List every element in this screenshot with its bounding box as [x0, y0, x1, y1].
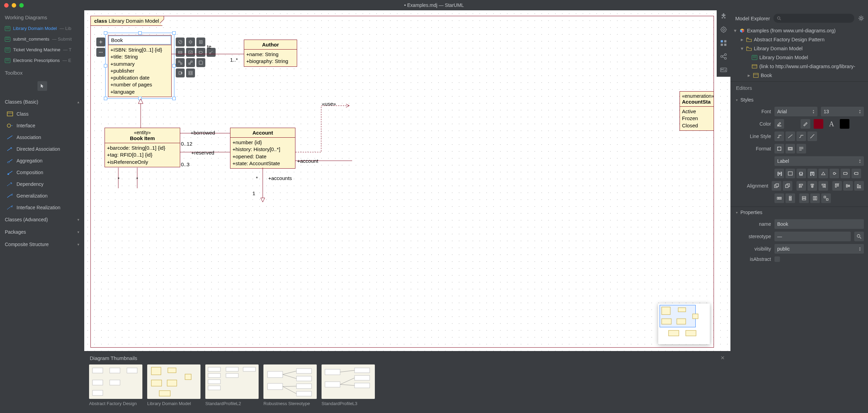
- close-thumbs-button[interactable]: ✕: [720, 355, 725, 361]
- line-color-icon-button[interactable]: [801, 119, 810, 129]
- prop-visibility-select[interactable]: public▲▼: [774, 244, 864, 254]
- thumb-0[interactable]: Abstract Factory Design: [89, 364, 142, 406]
- qb-attr[interactable]: [176, 48, 185, 57]
- prop-isabstract-checkbox[interactable]: [774, 256, 780, 262]
- tool-interface[interactable]: Interface: [0, 120, 84, 131]
- styles-section[interactable]: Styles: [730, 94, 868, 105]
- font-size-select[interactable]: 13▲▼: [821, 107, 864, 116]
- wd-item-library[interactable]: Library Domain Model — Lib: [0, 23, 84, 34]
- align-middle-v[interactable]: [843, 181, 853, 191]
- wd-item-submit[interactable]: submit_comments — Submit: [0, 34, 84, 44]
- line-color-swatch[interactable]: [814, 119, 823, 129]
- fmt-show-namespace[interactable]: [785, 169, 795, 178]
- tree-n2c[interactable]: ▸Book: [733, 71, 866, 80]
- maximize-window-button[interactable]: [19, 3, 24, 8]
- qb-sub[interactable]: [176, 58, 185, 67]
- align-right[interactable]: [818, 181, 828, 191]
- fmt-show-visibility[interactable]: [+]: [774, 169, 784, 178]
- tool-dependency[interactable]: Dependency: [0, 178, 84, 190]
- stereotype-search-button[interactable]: [854, 232, 864, 241]
- thumb-2[interactable]: StandardProfileL2: [205, 364, 259, 406]
- match-size[interactable]: [821, 193, 831, 203]
- share-icon[interactable]: [720, 53, 727, 61]
- linestyle-oblique[interactable]: [785, 131, 795, 141]
- tool-composition[interactable]: Composition: [0, 167, 84, 178]
- thumb-4[interactable]: StandardProfileL3: [322, 364, 375, 406]
- match-height[interactable]: [810, 193, 820, 203]
- uml-frame[interactable]: class Library Domain Model +ISBN: String…: [90, 16, 714, 348]
- class-name-edit[interactable]: Book: [109, 36, 171, 44]
- tree-n2b[interactable]: (link to http://www.uml-diagrams.org/lib…: [733, 62, 866, 71]
- linestyle-rectilinear[interactable]: [774, 131, 784, 141]
- align-center-h[interactable]: [807, 181, 817, 191]
- properties-section[interactable]: Properties: [730, 206, 868, 218]
- tree-n2[interactable]: ▾Library Domain Model: [733, 44, 866, 53]
- packages-category[interactable]: Packages: [0, 226, 84, 238]
- distribute-h[interactable]: [774, 193, 784, 203]
- minimize-window-button[interactable]: [12, 3, 16, 8]
- prop-name-input[interactable]: Book: [774, 219, 864, 229]
- align-top[interactable]: [832, 181, 842, 191]
- align-left[interactable]: [796, 181, 806, 191]
- quick-more-button[interactable]: [96, 48, 105, 57]
- classes-advanced-category[interactable]: Classes (Advanced): [0, 213, 84, 226]
- linestyle-rounded[interactable]: [796, 131, 806, 141]
- align-bottom[interactable]: [854, 181, 864, 191]
- qb-3[interactable]: [196, 38, 205, 46]
- composite-structure-category[interactable]: Composite Structure: [0, 238, 84, 251]
- font-select[interactable]: Arial▲▼: [774, 107, 817, 116]
- tool-association[interactable]: Association: [0, 131, 84, 143]
- tool-aggregation[interactable]: Aggregation: [0, 155, 84, 167]
- minimap[interactable]: [658, 304, 710, 344]
- tool-directed-association[interactable]: Directed Association: [0, 143, 84, 155]
- class-bookitem[interactable]: «entity»Book Item +barcode: String[0..1]…: [105, 128, 180, 167]
- fill-color-swatch[interactable]: [788, 119, 797, 129]
- fmt-op-1[interactable]: [829, 169, 839, 178]
- qb-port[interactable]: [176, 68, 185, 77]
- class-accountstate[interactable]: «enumeration»AccountSta Active Frozen Cl…: [680, 91, 714, 131]
- tool-interface-realization[interactable]: Interface Realization: [0, 202, 84, 213]
- tool-generalization[interactable]: Generalization: [0, 190, 84, 202]
- text-color-swatch[interactable]: [840, 119, 849, 129]
- prop-stereotype-input[interactable]: —: [774, 232, 851, 241]
- class-account[interactable]: Account +number {id} +history: History[0…: [230, 128, 295, 169]
- fmt-show-multiplicity[interactable]: [818, 169, 828, 178]
- send-back[interactable]: [783, 181, 792, 191]
- select-tool[interactable]: [37, 81, 47, 91]
- class-author[interactable]: Author +name: String +biography: String: [244, 40, 297, 67]
- fmt-show-type[interactable]: [T]: [807, 169, 817, 178]
- extensions-icon[interactable]: [720, 12, 727, 21]
- tool-class[interactable]: Class: [0, 108, 84, 120]
- distribute-v[interactable]: [785, 193, 795, 203]
- format-wordwrap[interactable]: [796, 144, 806, 153]
- qb-2[interactable]: [186, 38, 195, 46]
- linestyle-curve[interactable]: [807, 131, 817, 141]
- quick-visibility-button[interactable]: [96, 38, 105, 46]
- thumb-3[interactable]: Robustness Stereotype: [263, 364, 317, 406]
- match-width[interactable]: [799, 193, 809, 203]
- tree-n1[interactable]: ▸Abstract Factory Design Pattern: [733, 35, 866, 44]
- qb-part[interactable]: [186, 68, 195, 77]
- markdown-icon[interactable]: [720, 66, 727, 75]
- stereotype-display-select[interactable]: Label▲▼: [774, 156, 864, 166]
- close-window-button[interactable]: [4, 3, 9, 8]
- fmt-op-3[interactable]: [851, 169, 861, 178]
- qb-op[interactable]: [186, 48, 195, 57]
- tree-root[interactable]: ▾Examples (from www.uml-diagrams.org): [733, 26, 866, 35]
- thumb-1[interactable]: Library Domain Model: [147, 364, 200, 406]
- target-icon[interactable]: [720, 26, 727, 34]
- wd-item-ticket[interactable]: Ticket Vending Machine — T: [0, 44, 84, 55]
- qb-1[interactable]: [176, 38, 185, 46]
- qb-note[interactable]: [196, 58, 205, 67]
- explorer-search[interactable]: [773, 14, 854, 23]
- fmt-op-2[interactable]: [840, 169, 850, 178]
- text-color-icon[interactable]: A: [827, 119, 836, 129]
- gear-icon[interactable]: [858, 15, 865, 22]
- qb-sup[interactable]: [186, 58, 195, 67]
- qb-recv[interactable]: [196, 48, 205, 57]
- wd-item-erx[interactable]: Electronic Prescriptions — E: [0, 55, 84, 66]
- fill-color-icon-button[interactable]: [774, 119, 784, 129]
- bring-front[interactable]: [772, 181, 781, 191]
- tree-n2a[interactable]: Library Domain Model: [733, 53, 866, 62]
- format-autosize[interactable]: [774, 144, 784, 153]
